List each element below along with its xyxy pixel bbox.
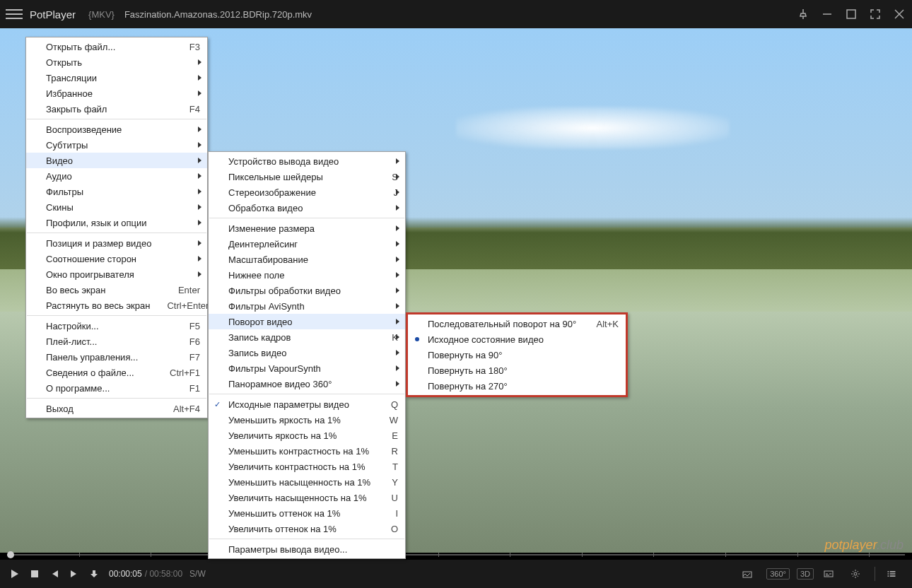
menu-item[interactable]: Запись кадровK — [209, 329, 405, 345]
menu-item[interactable]: Закрыть файлF4 — [26, 101, 207, 117]
menu-item[interactable]: Деинтерлейсинг — [209, 236, 405, 252]
menu-item-label: Во весь экран — [46, 285, 161, 295]
menu-item[interactable]: Масштабирование — [209, 252, 405, 267]
menu-item[interactable]: Профили, язык и опции — [26, 215, 207, 230]
menu-item[interactable]: Увеличить яркость на 1%E — [209, 428, 405, 443]
360-button[interactable]: 360° — [766, 568, 790, 580]
menu-item[interactable]: ВыходAlt+F4 — [26, 401, 207, 416]
menu-item[interactable]: Аудио — [26, 168, 207, 184]
submenu-arrow-icon — [396, 205, 399, 211]
renderer-indicator[interactable]: S/W — [189, 569, 206, 579]
file-format-tag: {MKV} — [88, 9, 115, 20]
menu-item[interactable]: Фильтры VapourSynth — [209, 360, 405, 376]
menu-item[interactable]: Фильтры обработки видео — [209, 283, 405, 298]
menu-item-shortcut: F4 — [189, 104, 200, 114]
menu-item[interactable]: Уменьшить оттенок на 1%I — [209, 505, 405, 521]
menu-item[interactable]: Пиксельные шейдерыS — [209, 169, 405, 184]
menu-item-label: Параметры вывода видео... — [228, 544, 398, 555]
menu-item[interactable]: Избранное — [26, 86, 207, 101]
menu-item[interactable]: Открыть файл...F3 — [26, 39, 207, 54]
menu-item[interactable]: Позиция и размер видео — [26, 235, 207, 251]
prev-button[interactable] — [47, 566, 62, 582]
minimize-button[interactable] — [820, 7, 834, 21]
maximize-button[interactable] — [844, 7, 858, 21]
seekbar[interactable] — [7, 553, 905, 557]
menu-item[interactable]: Повернуть на 90° — [408, 347, 626, 363]
stop-button[interactable] — [27, 566, 42, 582]
fullscreen-button[interactable] — [868, 7, 882, 21]
menu-item-label: Стереоизображение — [228, 187, 377, 198]
menu-item[interactable]: Уменьшить контрастность на 1%R — [209, 443, 405, 459]
menu-item-label: Избранное — [46, 88, 200, 99]
menu-item[interactable]: Увеличить контрастность на 1%T — [209, 459, 405, 474]
menu-item[interactable]: Увеличить насыщенность на 1%U — [209, 490, 405, 505]
next-button[interactable] — [66, 566, 82, 582]
menu-item-label: Соотношение сторон — [46, 254, 200, 264]
menu-item-shortcut: Alt+F4 — [173, 404, 200, 414]
subtitle-button[interactable] — [821, 566, 836, 582]
menu-item-label: Исходные параметры видео — [228, 399, 374, 410]
menu-item[interactable]: Параметры вывода видео... — [209, 541, 405, 557]
seekbar-thumb[interactable] — [7, 551, 14, 558]
menu-item-label: Уменьшить насыщенность на 1% — [228, 477, 375, 488]
menu-item[interactable]: Повернуть на 180° — [408, 363, 626, 378]
close-button[interactable] — [892, 7, 906, 21]
menu-item[interactable]: Воспроизведение — [26, 122, 207, 137]
menu-item[interactable]: Скины — [26, 199, 207, 215]
open-file-button[interactable] — [86, 566, 102, 582]
submenu-arrow-icon — [198, 127, 201, 132]
menu-item[interactable]: О программе...F1 — [26, 380, 207, 396]
menu-item[interactable]: Запись видео — [209, 345, 405, 360]
menu-item[interactable]: Трансляции — [26, 70, 207, 86]
menu-item[interactable]: Увеличить оттенок на 1%O — [209, 521, 405, 536]
menu-item[interactable]: СтереоизображениеJ — [209, 184, 405, 200]
menu-item[interactable]: Субтитры — [26, 137, 207, 153]
menu-item[interactable]: Фильтры AviSynth — [209, 298, 405, 314]
menu-item-shortcut: Ctrl+Enter — [167, 300, 209, 311]
menu-item[interactable]: Соотношение сторон — [26, 251, 207, 266]
menu-item[interactable]: Видео — [26, 153, 207, 168]
playlist-button[interactable] — [882, 566, 901, 582]
play-button[interactable] — [7, 566, 23, 582]
menu-item-label: Увеличить контрастность на 1% — [228, 461, 375, 472]
menu-item[interactable]: Открыть — [26, 54, 207, 70]
menu-item[interactable]: Окно проигрывателя — [26, 266, 207, 282]
menu-item[interactable]: Обработка видео — [209, 200, 405, 216]
menu-item[interactable]: Устройство вывода видео — [209, 153, 405, 169]
menu-item-label: Фильтры VapourSynth — [228, 363, 398, 374]
menu-item[interactable]: Плей-лист...F6 — [26, 334, 207, 349]
menu-item[interactable]: Фильтры — [26, 184, 207, 199]
menu-item[interactable]: Панель управления...F7 — [26, 349, 207, 365]
menu-item[interactable]: Поворот видео — [209, 314, 405, 329]
settings-button[interactable] — [848, 566, 863, 582]
submenu-arrow-icon — [396, 257, 399, 262]
3d-button[interactable]: 3D — [797, 568, 814, 580]
menu-item[interactable]: Уменьшить яркость на 1%W — [209, 412, 405, 428]
menu-item[interactable]: Последовательный поворот на 90°Alt+K — [408, 316, 626, 331]
menu-item-label: Запись кадров — [228, 332, 375, 343]
menu-item-shortcut: F3 — [189, 42, 200, 52]
menu-item[interactable]: Панорамное видео 360° — [209, 376, 405, 392]
pin-button[interactable] — [796, 7, 810, 21]
menu-item-label: Изменение размера — [228, 223, 398, 234]
menu-item[interactable]: Уменьшить насыщенность на 1%Y — [209, 474, 405, 490]
menu-item[interactable]: Повернуть на 270° — [408, 378, 626, 394]
menu-item[interactable]: Исходное состояние видео — [408, 331, 626, 347]
screenshot-button[interactable] — [739, 566, 755, 582]
hamburger-menu-button[interactable] — [6, 6, 23, 23]
submenu-arrow-icon — [198, 142, 201, 148]
menu-item[interactable]: Сведения о файле...Ctrl+F1 — [26, 365, 207, 380]
menu-item[interactable]: Нижнее поле — [209, 267, 405, 283]
menu-item-shortcut: Alt+K — [597, 319, 619, 329]
submenu-arrow-icon — [198, 220, 201, 225]
menu-item[interactable]: Настройки...F5 — [26, 318, 207, 334]
submenu-arrow-icon — [198, 256, 201, 261]
menu-item[interactable]: Изменение размера — [209, 220, 405, 236]
menu-item[interactable]: ✓Исходные параметры видеоQ — [209, 396, 405, 412]
menu-item[interactable]: Во весь экранEnter — [26, 282, 207, 298]
menu-item[interactable]: Растянуть во весь экранCtrl+Enter — [26, 298, 207, 313]
menu-item-label: Увеличить оттенок на 1% — [228, 524, 374, 534]
submenu-arrow-icon — [198, 240, 201, 246]
submenu-arrow-icon — [396, 365, 399, 371]
seekbar-track[interactable] — [7, 554, 905, 555]
